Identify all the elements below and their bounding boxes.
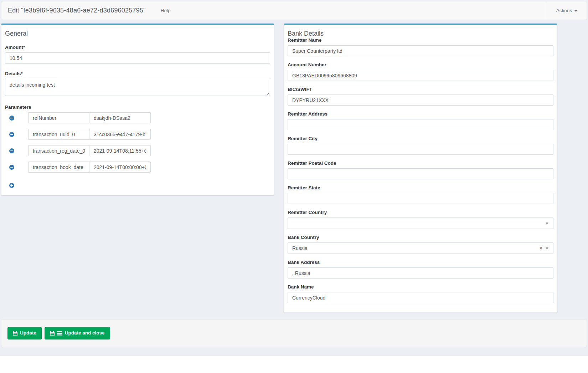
remitter-city-input[interactable] (288, 144, 553, 155)
update-and-close-button-label: Update and close (65, 330, 105, 337)
minus-circle-icon (9, 149, 14, 154)
parameter-key-input[interactable] (28, 112, 89, 123)
remitter-country-field: Remitter Country (288, 210, 553, 229)
parameter-row (9, 145, 270, 156)
bic-swift-input[interactable] (288, 94, 553, 106)
minus-circle-icon (9, 116, 14, 122)
help-link[interactable]: Help (161, 8, 171, 13)
minus-circle-icon (9, 133, 14, 138)
general-panel-title: General (5, 30, 270, 37)
actions-dropdown[interactable]: Actions (547, 1, 587, 20)
parameter-row (9, 112, 270, 123)
general-panel: General Amount* Details* Parameters (1, 24, 274, 195)
bank-country-select[interactable]: Russia × (288, 242, 553, 254)
remove-parameter-button[interactable] (9, 116, 14, 121)
remitter-state-input[interactable] (288, 193, 553, 204)
minus-circle-icon (9, 165, 14, 171)
details-textarea[interactable] (5, 79, 270, 96)
page-title: Edit "fe3b9f6f-9635-48a6-ae72-d3d6960257… (8, 7, 146, 14)
save-icon (50, 331, 55, 336)
details-label: Details* (5, 71, 270, 76)
remitter-state-label: Remitter State (288, 185, 553, 190)
bank-country-field: Bank Country Russia × (288, 235, 553, 254)
bank-details-panel: Bank Details Remitter Name Account Numbe… (284, 24, 557, 313)
account-number-field: Account Number (288, 62, 553, 81)
remove-parameter-button[interactable] (9, 148, 14, 153)
parameters-label: Parameters (5, 104, 270, 110)
bank-country-label: Bank Country (288, 235, 553, 240)
page-header-left: Edit "fe3b9f6f-9635-48a6-ae72-d3d6960257… (1, 1, 170, 20)
remitter-address-label: Remitter Address (288, 111, 553, 117)
update-button-label: Update (20, 330, 36, 337)
clear-selection-icon[interactable]: × (540, 246, 542, 251)
parameter-row (9, 129, 270, 140)
list-icon (57, 331, 62, 336)
remitter-postal-code-label: Remitter Postal Code (288, 160, 553, 166)
bank-name-field: Bank Name (288, 284, 553, 303)
parameter-row (9, 162, 270, 173)
parameter-value-input[interactable] (89, 112, 151, 123)
content-wrapper: Edit "fe3b9f6f-9635-48a6-ae72-d3d6960257… (0, 0, 588, 356)
footer-bar: Update Update and close (1, 319, 587, 347)
plus-circle-icon (9, 184, 14, 189)
parameter-key-input[interactable] (28, 145, 89, 156)
remitter-postal-code-input[interactable] (288, 168, 553, 179)
bank-details-panel-title: Bank Details (288, 30, 553, 37)
parameter-value-input[interactable] (89, 145, 151, 156)
remitter-name-label: Remitter Name (288, 37, 553, 43)
actions-label: Actions (556, 8, 572, 13)
remitter-address-field: Remitter Address (288, 111, 553, 130)
bank-address-input[interactable] (288, 267, 553, 279)
remitter-name-field: Remitter Name (288, 37, 553, 56)
caret-down-icon (546, 247, 548, 249)
update-and-close-button[interactable]: Update and close (45, 327, 110, 339)
add-parameter-button[interactable] (9, 183, 14, 188)
remitter-state-field: Remitter State (288, 185, 553, 204)
amount-input[interactable] (5, 52, 270, 64)
parameter-key-input[interactable] (28, 129, 89, 140)
save-icon (13, 331, 17, 336)
bic-swift-field: BIC/SWIFT (288, 87, 553, 106)
remove-parameter-button[interactable] (9, 132, 14, 137)
remitter-country-select[interactable] (288, 218, 553, 229)
account-number-label: Account Number (288, 62, 553, 67)
remitter-address-input[interactable] (288, 119, 553, 130)
bank-address-field: Bank Address (288, 260, 553, 279)
caret-down-icon (546, 223, 548, 224)
remitter-postal-code-field: Remitter Postal Code (288, 160, 553, 179)
bank-address-label: Bank Address (288, 260, 553, 265)
parameter-value-input[interactable] (89, 129, 151, 140)
remitter-city-label: Remitter City (288, 136, 553, 141)
bank-name-label: Bank Name (288, 284, 553, 290)
parameter-key-input[interactable] (28, 162, 89, 173)
remove-parameter-button[interactable] (9, 165, 14, 170)
page-header: Edit "fe3b9f6f-9635-48a6-ae72-d3d6960257… (1, 1, 587, 20)
parameter-value-input[interactable] (89, 162, 151, 173)
bank-name-input[interactable] (288, 292, 553, 303)
account-number-input[interactable] (288, 70, 553, 81)
amount-label: Amount* (5, 45, 270, 50)
update-button[interactable]: Update (7, 327, 42, 339)
remitter-city-field: Remitter City (288, 136, 553, 155)
caret-down-icon (574, 10, 577, 12)
remitter-country-label: Remitter Country (288, 210, 553, 215)
remitter-name-input[interactable] (288, 45, 553, 56)
main-columns: General Amount* Details* Parameters (1, 24, 587, 313)
bic-swift-label: BIC/SWIFT (288, 87, 553, 92)
bank-country-value: Russia (292, 245, 308, 251)
